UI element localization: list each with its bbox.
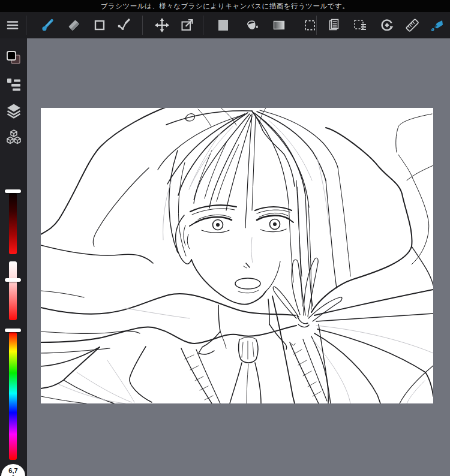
color-swatch-icon xyxy=(215,17,231,33)
toolbar-divider xyxy=(26,16,26,35)
brush-size-value: 6,7 xyxy=(8,468,17,475)
saturation-slider-rail[interactable] xyxy=(9,261,17,320)
shape-tool-button[interactable] xyxy=(89,15,110,35)
color-swatch-button[interactable] xyxy=(213,15,233,35)
select-options-button[interactable] xyxy=(350,15,370,35)
toolbar-divider xyxy=(142,16,143,35)
hamburger-menu-icon xyxy=(5,17,20,33)
materials-button[interactable] xyxy=(5,128,23,146)
pages-button[interactable] xyxy=(324,15,344,35)
fill-bucket-button[interactable] xyxy=(242,15,262,35)
paint-app-window: ブラシツールは、様々なブラシによりキャンバスに描画を行うツールです。 xyxy=(0,0,450,476)
marquee-select-button[interactable] xyxy=(300,15,320,35)
menu-button[interactable] xyxy=(2,15,23,35)
transform-tool-button[interactable] xyxy=(177,15,197,35)
tool-hint-bar: ブラシツールは、様々なブラシによりキャンバスに描画を行うツールです。 xyxy=(0,0,450,12)
layers-button[interactable] xyxy=(5,102,23,120)
brush-list-icon xyxy=(5,76,22,93)
gradient-tool-button[interactable] xyxy=(269,15,289,35)
left-sidebar: 6,7 px 100 % xyxy=(0,38,27,476)
toolbar-divider xyxy=(203,16,203,35)
gradient-icon xyxy=(271,17,287,33)
ruler-icon xyxy=(404,17,420,33)
marquee-selection-icon xyxy=(302,17,318,33)
fg-bg-color-button[interactable] xyxy=(5,49,23,67)
transform-icon xyxy=(179,17,195,33)
move-tool-button[interactable] xyxy=(152,15,172,35)
move-arrows-icon xyxy=(154,17,170,33)
drawing-canvas[interactable] xyxy=(41,108,433,403)
rotate-reset-icon xyxy=(379,17,395,33)
rotate-canvas-button[interactable] xyxy=(377,15,397,35)
paint-bucket-icon xyxy=(244,17,260,33)
polyline-pen-icon xyxy=(116,17,132,33)
material-cubes-icon xyxy=(5,129,22,146)
artwork-svg xyxy=(41,108,433,403)
main-toolbar xyxy=(0,12,450,38)
workspace xyxy=(27,38,450,476)
value-slider-rail[interactable] xyxy=(9,193,17,254)
tool-hint-text: ブラシツールは、様々なブラシによりキャンバスに描画を行うツールです。 xyxy=(101,2,350,11)
eraser-icon xyxy=(66,17,82,33)
brush-size-badge[interactable]: 6,7 px xyxy=(1,464,25,476)
material-pen-icon xyxy=(429,17,445,33)
selection-options-icon xyxy=(352,17,368,33)
foreground-background-color-icon xyxy=(5,50,22,67)
brush-icon xyxy=(40,17,56,33)
saturation-slider-handle[interactable] xyxy=(5,278,21,282)
rectangle-shape-icon xyxy=(92,17,107,33)
eraser-tool-button[interactable] xyxy=(64,15,84,35)
hue-slider-rail[interactable] xyxy=(9,332,17,460)
hue-slider-handle[interactable] xyxy=(5,329,21,332)
ruler-tool-button[interactable] xyxy=(402,15,422,35)
polyline-pen-tool-button[interactable] xyxy=(114,15,134,35)
layers-icon xyxy=(5,103,22,119)
brush-list-button[interactable] xyxy=(5,76,23,94)
material-pen-button[interactable] xyxy=(427,15,447,35)
value-slider-handle[interactable] xyxy=(5,189,21,193)
document-pages-icon xyxy=(326,17,342,33)
brush-tool-button[interactable] xyxy=(38,15,58,35)
